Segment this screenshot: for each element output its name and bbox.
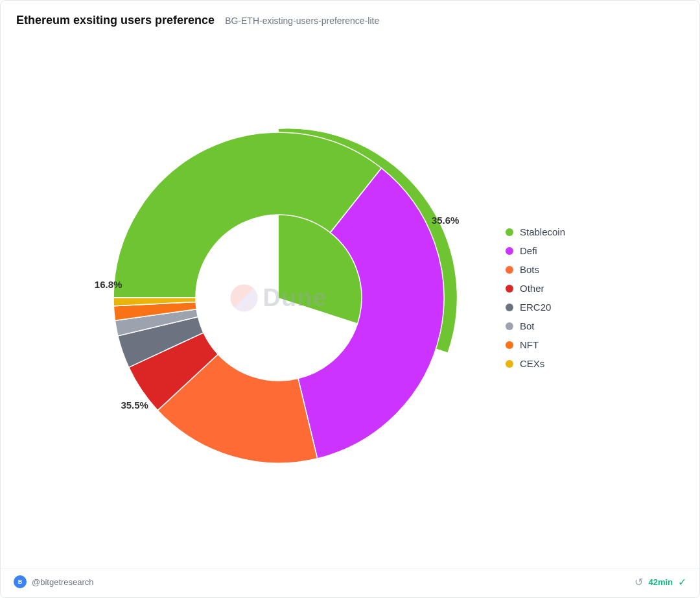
legend-dot-erc20 [506,304,513,311]
legend-label-bot: Bot [520,320,535,331]
legend-item-stablecoin: Stablecoin [506,226,609,237]
legend-label-nft: NFT [520,339,539,350]
legend-item-cexs: CEXs [506,358,609,369]
author-info: B @bitgetresearch [14,575,94,588]
donut-chart: Dune 35.6% 35.5% 16.8% [91,110,467,486]
author-name: @bitgetresearch [32,577,94,587]
legend-item-other: Other [506,283,609,294]
legend-dot-nft [506,341,513,349]
legend-label-stablecoin: Stablecoin [520,226,565,237]
legend-dot-other [506,285,513,293]
chart-legend: StablecoinDefiBotsOtherERC20BotNFTCEXs [506,226,609,369]
legend-dot-stablecoin [506,228,513,236]
main-donut-svg [91,110,467,486]
chart-subtitle: BG-ETH-existing-users-preference-lite [225,16,379,26]
legend-label-other: Other [520,283,544,294]
legend-item-defi: Defi [506,245,609,256]
footer-right: ↺ 42min ✓ [635,576,686,588]
legend-dot-defi [506,247,513,255]
legend-dot-bot [506,322,513,330]
legend-label-erc20: ERC20 [520,302,551,313]
legend-label-cexs: CEXs [520,358,544,369]
label-defi-pct: 35.5% [121,400,148,411]
legend-dot-bots [506,266,513,274]
label-stablecoin-pct: 35.6% [432,215,460,226]
legend-item-erc20: ERC20 [506,302,609,313]
refresh-icon[interactable]: ↺ [635,576,643,588]
legend-dot-cexs [506,360,513,368]
author-avatar: B [14,575,27,588]
legend-label-bots: Bots [520,264,539,275]
legend-label-defi: Defi [520,245,537,256]
chart-wrapper: Dune 35.6% 35.5% 16.8% StablecoinDefiBot… [91,110,609,486]
check-icon: ✓ [678,576,686,588]
legend-item-bots: Bots [506,264,609,275]
label-bots-pct: 16.8% [95,279,122,290]
chart-footer: B @bitgetresearch ↺ 42min ✓ [1,568,699,597]
dashboard-container: Ethereum exsiting users preference BG-ET… [0,0,700,598]
author-initial: B [18,579,23,585]
chart-title: Ethereum exsiting users preference [16,14,215,27]
legend-item-bot: Bot [506,320,609,331]
chart-header: Ethereum exsiting users preference BG-ET… [1,1,699,34]
time-badge: 42min [648,577,673,587]
chart-area: Dune 35.6% 35.5% 16.8% StablecoinDefiBot… [1,34,699,568]
segment-stablecoin [113,132,381,298]
legend-item-nft: NFT [506,339,609,350]
